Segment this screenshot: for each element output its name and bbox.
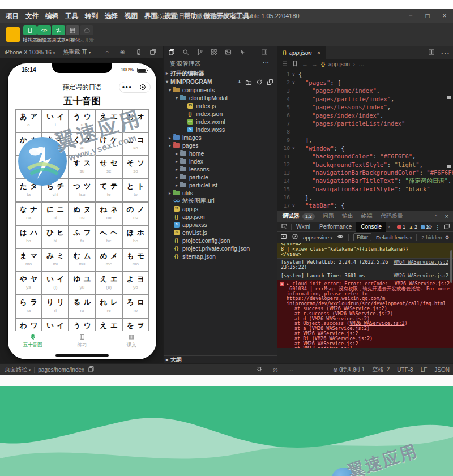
toolbar-button-可视化[interactable]: 可视化	[65, 25, 80, 44]
filter-settings-icon[interactable]: ⚙	[445, 234, 450, 241]
kana-cell-r8c3[interactable]: ゆユyu	[69, 272, 95, 295]
kana-cell-r10c2[interactable]: いイ	[42, 318, 69, 331]
collapse-all-icon[interactable]	[267, 79, 273, 85]
page-path-select[interactable]: 页面路径 ▾	[5, 366, 31, 374]
vconsole-bug-icon[interactable]	[256, 366, 263, 374]
tree-item-lessons[interactable]: ▸lessons	[164, 165, 277, 173]
toolbar-button-编辑器[interactable]: </>编辑器	[37, 25, 52, 44]
editor-more-icon[interactable]: ⋯	[441, 48, 450, 58]
kana-cell-r5c5[interactable]: のノno	[122, 202, 149, 225]
kana-cell-r10c5[interactable]: をヲ	[122, 318, 149, 331]
kana-cell-r10c4[interactable]: えエ	[96, 318, 122, 331]
debugger-tab-调试器[interactable]: 调试器1,2	[283, 212, 315, 220]
statusbar-item[interactable]: LF	[421, 367, 428, 373]
new-file-icon[interactable]: +	[238, 79, 241, 85]
kana-cell-r8c2[interactable]: いイ(i)	[42, 272, 69, 295]
fold-icon[interactable]: ∨	[290, 203, 297, 208]
kana-cell-r4c3[interactable]: つツtsu	[69, 179, 95, 202]
split-editor-icon[interactable]	[428, 48, 435, 58]
explorer-more-icon[interactable]: ⋯	[263, 59, 269, 66]
kana-cell-r7c2[interactable]: みミmi	[42, 248, 69, 272]
menu-item-转到[interactable]: 转到	[82, 12, 101, 20]
nav-back-icon[interactable]: ←	[302, 61, 308, 67]
statusbar-item[interactable]: 空格: 2	[372, 366, 390, 374]
console-filter-input[interactable]: Filter	[353, 233, 371, 241]
fold-icon[interactable]: ∨	[290, 72, 297, 77]
kana-cell-r4c4[interactable]: てテte	[96, 179, 122, 202]
menu-item-视图[interactable]: 视图	[121, 12, 141, 20]
kana-cell-r9c1[interactable]: らラra	[15, 295, 42, 318]
record-icon[interactable]: ◉	[120, 49, 125, 55]
clear-console-icon[interactable]	[292, 233, 298, 241]
exit-target-button[interactable]	[135, 84, 151, 91]
kana-cell-r5c1[interactable]: なナna	[15, 202, 42, 225]
kana-cell-r7c1[interactable]: まマma	[15, 248, 42, 272]
tree-item-sitemap.json[interactable]: {}sitemap.json	[164, 252, 277, 260]
kana-cell-r9c2[interactable]: りリri	[42, 295, 69, 318]
tabs-overflow-icon[interactable]: »	[387, 224, 390, 230]
statusbar-more-icon[interactable]: ⋯	[288, 367, 294, 373]
kana-cell-r6c5[interactable]: ほホho	[122, 225, 149, 248]
outline-section[interactable]: ▸ 大纲	[164, 355, 277, 363]
watch-icon[interactable]: ◎	[273, 367, 278, 373]
version-branch-icon[interactable]	[196, 49, 203, 55]
kana-cell-r3c5[interactable]: そソso	[122, 156, 149, 179]
eval-context-icon[interactable]	[280, 233, 287, 241]
tree-item-home[interactable]: ▸home	[164, 149, 277, 157]
toolbar-button-模拟器[interactable]: 模拟器	[23, 25, 37, 44]
live-expression-icon[interactable]	[337, 233, 344, 241]
source-link[interactable]: VM64 WAService.js:2	[394, 260, 448, 265]
kana-cell-r9c4[interactable]: れレre	[96, 295, 122, 318]
page-path-value[interactable]: pages/home/index	[38, 367, 84, 373]
tree-item-app.json[interactable]: {}app.json	[164, 213, 277, 221]
user-avatar[interactable]	[6, 27, 20, 42]
console-scrollbar[interactable]	[450, 250, 452, 283]
sidebar-toggle-icon[interactable]	[261, 49, 268, 55]
multi-window-icon[interactable]	[149, 49, 156, 57]
toolbar-button-调试器[interactable]: 调试器	[51, 25, 66, 44]
source-link[interactable]: VM26 WAService.js:2	[394, 273, 448, 279]
open-editors-section[interactable]: ▸ 打开的编辑器	[164, 69, 277, 78]
tab-app-json[interactable]: {} app.json ×	[277, 46, 326, 59]
minimize-button[interactable]: −	[402, 9, 419, 23]
hand-icon[interactable]	[239, 49, 246, 55]
refresh-icon[interactable]	[256, 79, 263, 85]
menu-item-编辑[interactable]: 编辑	[42, 12, 62, 20]
devtools-tab-Console[interactable]: Console	[356, 222, 386, 232]
devtools-tab-Wxml[interactable]: Wxml	[292, 222, 315, 232]
menu-item-选择[interactable]: 选择	[101, 12, 121, 20]
kana-cell-r1c1[interactable]: あアa	[15, 109, 42, 132]
kana-cell-r9c5[interactable]: ろロro	[122, 295, 149, 318]
tree-item-cloudTipModal[interactable]: ▾cloudTipModal	[164, 94, 277, 102]
kana-cell-r7c3[interactable]: むムmu	[69, 248, 95, 272]
inspect-element-icon[interactable]	[281, 223, 288, 231]
kana-cell-r8c4[interactable]: えエ(e)	[96, 272, 122, 295]
statusbar-item[interactable]: UTF-8	[397, 367, 413, 373]
tree-item-envList.js[interactable]: JSenvList.js	[164, 229, 277, 237]
popout-icon[interactable]	[443, 223, 450, 231]
tree-item-pages[interactable]: ▾pages	[164, 141, 277, 149]
toolbar-button-云开发[interactable]: 云开发	[79, 25, 94, 44]
kana-cell-r4c5[interactable]: とトto	[122, 179, 149, 202]
kana-cell-r3c4[interactable]: せセse	[96, 156, 122, 179]
image-icon[interactable]	[225, 49, 232, 55]
devtools-tab-Performance[interactable]: Performance	[315, 222, 356, 232]
devtools-settings-icon[interactable]: ⚙	[428, 224, 433, 230]
bookmark-icon[interactable]	[292, 60, 298, 68]
tree-item-index[interactable]: ▸index	[164, 157, 277, 165]
tree-item-index.js[interactable]: JSindex.js	[164, 102, 277, 110]
tree-item-particle[interactable]: ▸particle	[164, 173, 277, 181]
kana-cell-r6c3[interactable]: ふフfu	[69, 225, 95, 248]
rotate-device-icon[interactable]	[135, 49, 142, 57]
tree-item-images[interactable]: ▸images	[164, 134, 277, 141]
kana-cell-r9c3[interactable]: るルru	[69, 295, 95, 318]
kana-cell-r6c4[interactable]: へヘhe	[96, 225, 122, 248]
menu-item-文件[interactable]: 文件	[22, 12, 42, 20]
menu-item-项目[interactable]: 项目	[2, 12, 22, 20]
tree-item-index.wxss[interactable]: Sindex.wxss	[164, 126, 277, 134]
kana-cell-r5c4[interactable]: ねネne	[96, 202, 122, 225]
panel-close-icon[interactable]: ×	[445, 213, 448, 220]
breadcrumb-more[interactable]: …	[358, 61, 364, 67]
source-link[interactable]: VM13 asdebug.js:1	[303, 345, 352, 348]
debugger-tab-终端[interactable]: 终端	[361, 212, 373, 220]
